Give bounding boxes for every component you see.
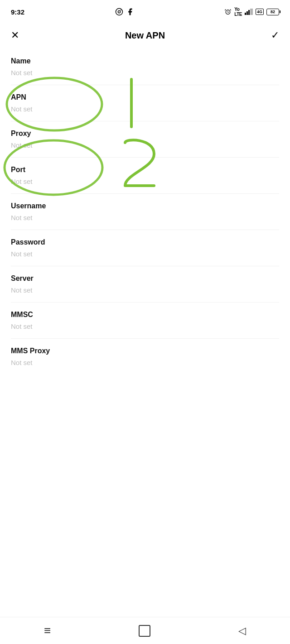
svg-line-5 (230, 10, 231, 10)
status-bar: 9:32 YoLTE 4G (0, 0, 290, 22)
field-apn-value: Not set (11, 105, 279, 113)
svg-line-4 (225, 10, 226, 10)
battery-icon: 82 (266, 9, 279, 15)
signal-icon (245, 9, 253, 15)
field-username-value: Not set (11, 214, 279, 221)
menu-button[interactable]: ≡ (44, 624, 51, 638)
field-apn[interactable]: APN Not set (11, 85, 279, 121)
nav-bar: ≡ □ ◁ (0, 617, 290, 644)
field-password[interactable]: Password Not set (11, 230, 279, 266)
field-mmsc-value: Not set (11, 322, 279, 330)
form-fields: Name Not set APN Not set Proxy Not set P… (0, 49, 290, 375)
svg-point-2 (121, 10, 121, 10)
camera-icon (115, 8, 123, 16)
field-mms-proxy[interactable]: MMS Proxy Not set (11, 339, 279, 375)
svg-rect-9 (250, 9, 251, 15)
field-port-value: Not set (11, 178, 279, 185)
field-mmsc[interactable]: MMSC Not set (11, 303, 279, 339)
back-button[interactable]: ◁ (238, 625, 246, 637)
field-name-value: Not set (11, 69, 279, 77)
svg-rect-8 (248, 10, 250, 15)
field-mms-proxy-label: MMS Proxy (11, 347, 279, 355)
field-proxy-label: Proxy (11, 130, 279, 138)
field-apn-label: APN (11, 93, 279, 101)
status-time: 9:32 (11, 8, 24, 16)
4g-icon: 4G (256, 9, 264, 15)
svg-point-1 (118, 10, 120, 13)
field-mms-proxy-value: Not set (11, 359, 279, 366)
field-name[interactable]: Name Not set (11, 49, 279, 85)
field-port-label: Port (11, 166, 279, 174)
svg-rect-6 (245, 13, 246, 15)
field-username-label: Username (11, 202, 279, 210)
svg-rect-10 (251, 9, 253, 15)
field-server-value: Not set (11, 286, 279, 294)
svg-point-0 (116, 9, 122, 15)
field-username[interactable]: Username Not set (11, 194, 279, 230)
close-button[interactable]: ✕ (11, 30, 19, 40)
lte-icon: YoLTE (234, 7, 242, 17)
status-right: YoLTE 4G 82 (224, 7, 279, 17)
app-bar: ✕ New APN ✓ (0, 22, 290, 49)
alarm-icon (224, 8, 232, 15)
field-port[interactable]: Port Not set (11, 158, 279, 194)
save-button[interactable]: ✓ (271, 29, 279, 41)
field-name-label: Name (11, 57, 279, 65)
field-password-label: Password (11, 238, 279, 246)
home-button[interactable]: □ (139, 625, 150, 637)
svg-rect-7 (246, 11, 248, 15)
field-server[interactable]: Server Not set (11, 266, 279, 303)
field-proxy[interactable]: Proxy Not set (11, 121, 279, 158)
field-mmsc-label: MMSC (11, 311, 279, 319)
facebook-icon (126, 8, 134, 16)
field-proxy-value: Not set (11, 141, 279, 149)
field-password-value: Not set (11, 250, 279, 258)
field-server-label: Server (11, 274, 279, 283)
status-social-icons (115, 8, 134, 16)
page-title: New APN (125, 30, 165, 41)
